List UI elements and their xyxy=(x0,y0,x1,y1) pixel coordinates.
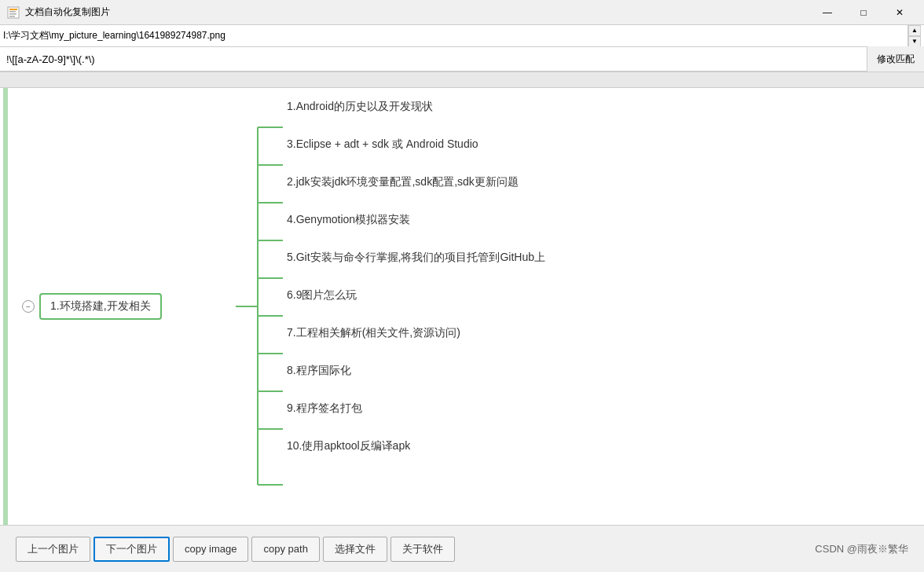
close-button[interactable]: ✕ xyxy=(882,0,918,25)
central-node-label: 1.环境搭建,开发相关 xyxy=(39,293,162,320)
central-node: − 1.环境搭建,开发相关 xyxy=(22,293,162,320)
branch-item-9: 9.程序签名打包 xyxy=(287,390,545,427)
title-bar: 文档自动化复制图片 — □ ✕ xyxy=(0,0,924,25)
branch-item-3: 2.jdk安装jdk环境变量配置,sdk配置,sdk更新问题 xyxy=(287,163,545,201)
toolbar-credit: CSDN @雨夜※繁华 xyxy=(815,542,908,556)
branch-item-1: 1.Android的历史以及开发现状 xyxy=(287,88,545,126)
copy-image-button[interactable]: copy image xyxy=(173,537,248,562)
branch-items: 1.Android的历史以及开发现状 3.Eclipse + adt + sdk… xyxy=(287,88,545,465)
separator xyxy=(0,72,924,88)
toolbar-buttons: 上一个图片 下一个图片 copy image copy path 选择文件 关于… xyxy=(16,537,455,562)
branch-item-6: 6.9图片怎么玩 xyxy=(287,277,545,314)
maximize-button[interactable]: □ xyxy=(845,0,882,25)
app-icon xyxy=(6,6,20,20)
main-content: − 1.环境搭建,开发相关 1.Android的历史以及开发现状 3.Eclip… xyxy=(0,88,924,525)
window-title: 文档自动化复制图片 xyxy=(25,6,809,19)
svg-rect-1 xyxy=(9,9,17,10)
window-controls: — □ ✕ xyxy=(809,0,918,25)
modify-match-button[interactable]: 修改匹配 xyxy=(867,46,924,72)
branch-item-7: 7.工程相关解析(相关文件,资源访问) xyxy=(287,314,545,352)
path-scrollbar: ▲ ▼ xyxy=(908,25,921,47)
bottom-toolbar: 上一个图片 下一个图片 copy image copy path 选择文件 关于… xyxy=(0,525,924,572)
scroll-down-arrow[interactable]: ▼ xyxy=(908,36,921,47)
svg-rect-5 xyxy=(3,88,8,525)
svg-rect-3 xyxy=(9,13,16,15)
regex-bar: 修改匹配 xyxy=(0,47,924,72)
prev-image-button[interactable]: 上一个图片 xyxy=(16,537,90,562)
regex-input[interactable] xyxy=(0,53,867,65)
branch-item-8: 8.程序国际化 xyxy=(287,352,545,390)
svg-rect-4 xyxy=(9,16,15,17)
branch-item-10: 10.使用apktool反编译apk xyxy=(287,427,545,465)
path-input[interactable] xyxy=(3,31,908,42)
copy-path-button[interactable]: copy path xyxy=(251,537,319,562)
scroll-up-arrow[interactable]: ▲ xyxy=(908,25,921,36)
branch-item-2: 3.Eclipse + adt + sdk 或 Android Studio xyxy=(287,126,545,163)
next-image-button[interactable]: 下一个图片 xyxy=(94,537,170,562)
node-collapse-button[interactable]: − xyxy=(22,300,35,313)
minimize-button[interactable]: — xyxy=(809,0,845,25)
about-button[interactable]: 关于软件 xyxy=(390,537,455,562)
path-bar: ▲ ▼ xyxy=(0,25,924,47)
select-file-button[interactable]: 选择文件 xyxy=(323,537,387,562)
branch-item-5: 5.Git安装与命令行掌握,将我们的项目托管到GitHub上 xyxy=(287,239,545,277)
mindmap-container: − 1.环境搭建,开发相关 1.Android的历史以及开发现状 3.Eclip… xyxy=(0,88,924,525)
branch-item-4: 4.Genymotion模拟器安装 xyxy=(287,201,545,239)
svg-rect-2 xyxy=(9,11,16,13)
